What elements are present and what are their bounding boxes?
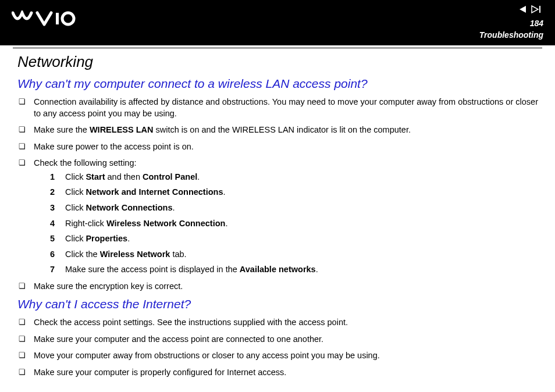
step-item: 5Click Properties. — [50, 233, 542, 245]
step-item: 7Make sure the access point is displayed… — [50, 264, 542, 276]
bold-text: Start — [86, 172, 105, 181]
bold-text: Network Connections — [86, 203, 172, 212]
header-bar: 184 Troubleshooting — [0, 0, 555, 45]
list-item: Check the following setting: 1Click Star… — [17, 158, 542, 276]
bold-text: Wireless Network Connection — [106, 219, 226, 228]
nav-arrows — [518, 5, 543, 16]
q1-bullet-list: Connection availability is affected by d… — [17, 97, 542, 292]
page-content: Networking Why can't my computer connect… — [0, 48, 555, 379]
text: Click — [65, 203, 86, 212]
text: Click — [65, 234, 86, 243]
bold-text: Properties — [86, 234, 127, 243]
step-item: 1Click Start and then Control Panel. — [50, 172, 542, 183]
next-page-icon[interactable] — [531, 5, 543, 16]
list-item: Make sure the WIRELESS LAN switch is on … — [17, 124, 542, 136]
text: switch is on and the WIRELESS LAN indica… — [153, 125, 410, 134]
step-item: 4Right-click Wireless Network Connection… — [50, 218, 542, 230]
list-item: Connection availability is affected by d… — [17, 97, 542, 119]
text: Click — [65, 187, 86, 197]
step-item: 2Click Network and Internet Connections. — [50, 187, 542, 198]
text: and then — [105, 172, 143, 181]
text: . — [127, 234, 130, 243]
list-item: Check the access point settings. See the… — [17, 317, 542, 329]
list-item: Make sure the encryption key is correct. — [17, 281, 542, 293]
text: . — [316, 265, 318, 274]
svg-rect-0 — [56, 13, 59, 24]
question-1-heading: Why can't my computer connect to a wirel… — [17, 77, 542, 91]
svg-marker-2 — [520, 6, 526, 13]
question-2-heading: Why can't I access the Internet? — [17, 297, 542, 311]
text: Make sure the access point is displayed … — [65, 265, 240, 274]
text: tab. — [170, 250, 186, 259]
q2-bullet-list: Check the access point settings. See the… — [17, 317, 542, 378]
bold-text: Control Panel — [143, 172, 197, 181]
bold-text: Wireless Network — [100, 250, 170, 259]
list-item: Make sure power to the access point is o… — [17, 141, 542, 153]
step-item: 6Click the Wireless Network tab. — [50, 249, 542, 261]
q1-numbered-steps: 1Click Start and then Control Panel. 2Cl… — [34, 172, 542, 276]
text: Right-click — [65, 219, 106, 228]
text: . — [173, 203, 175, 212]
page-title: Networking — [17, 53, 542, 71]
text: . — [197, 172, 200, 181]
bold-text: Available networks — [240, 265, 316, 274]
text: . — [225, 219, 227, 228]
text: Check the following setting: — [34, 158, 137, 168]
svg-point-1 — [62, 13, 74, 24]
text: . — [223, 187, 226, 197]
text: Make sure the — [34, 125, 90, 134]
section-name: Troubleshooting — [479, 30, 543, 40]
step-item: 3Click Network Connections. — [50, 202, 542, 214]
list-item: Move your computer away from obstruction… — [17, 350, 542, 362]
text: Click the — [65, 250, 100, 259]
list-item: Make sure your computer is properly conf… — [17, 367, 542, 379]
bold-text: WIRELESS LAN — [90, 125, 154, 134]
page-number: 184 — [530, 19, 543, 28]
prev-page-icon[interactable] — [518, 5, 528, 16]
svg-rect-4 — [539, 6, 540, 13]
svg-marker-3 — [532, 6, 538, 13]
bold-text: Network and Internet Connections — [86, 187, 223, 197]
text: Click — [65, 172, 86, 181]
vaio-logo — [12, 10, 76, 29]
list-item: Make sure your computer and the access p… — [17, 334, 542, 345]
